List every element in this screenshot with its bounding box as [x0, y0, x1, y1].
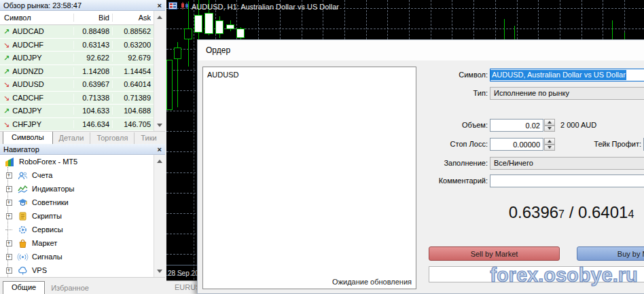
close-icon[interactable]: × — [158, 146, 162, 153]
sidebar-item-signals[interactable]: Сигналы — [0, 250, 165, 263]
expand-icon[interactable] — [4, 186, 14, 192]
scroll-down-icon[interactable] — [154, 265, 165, 276]
candle-body — [184, 29, 192, 39]
sidebar-item-label: Индикаторы — [32, 185, 75, 193]
trend-down-icon: ↘ — [3, 41, 10, 48]
expand-icon[interactable] — [4, 172, 14, 179]
volume-label: Объем: — [429, 121, 488, 129]
scroll-down-icon[interactable] — [154, 120, 165, 130]
candle-wick — [612, 20, 613, 39]
ask-cell: 146.705 — [112, 120, 154, 128]
sidebar-item-label: VPS — [32, 266, 47, 274]
tick-chart-symbol: AUDUSD — [207, 71, 238, 79]
sidebar-item-label: Советники — [32, 198, 69, 206]
bid-cell: 104.633 — [73, 107, 112, 115]
tree-branch — [4, 229, 14, 230]
sidebar-item-indicators[interactable]: Индикаторы — [0, 182, 165, 196]
services-icon — [17, 225, 29, 234]
ask-cell: 0.71389 — [112, 94, 154, 102]
symbol-input[interactable]: AUDUSD, Australian Dollar vs US Dollar — [490, 69, 644, 81]
sidebar-item-experts[interactable]: Советники — [0, 196, 165, 209]
expand-icon[interactable] — [4, 213, 14, 219]
tab-Торговля[interactable]: Торговля — [90, 132, 134, 144]
sidebar-item-accounts[interactable]: Счета — [0, 168, 165, 182]
symbol-name: AUDCAD — [12, 27, 43, 35]
close-icon[interactable]: × — [158, 2, 162, 9]
table-row[interactable]: ↘AUDCHF0.631430.63200 — [0, 39, 154, 52]
symbol-name: AUDNZD — [12, 67, 43, 75]
scroll-up-icon[interactable] — [154, 155, 165, 166]
column-ask[interactable]: Ask — [112, 14, 154, 22]
scroll-up-icon[interactable] — [154, 12, 165, 22]
mt5-logo-icon — [4, 158, 16, 166]
ask-cell: 0.63200 — [112, 41, 154, 49]
candle-wick — [624, 33, 625, 39]
comment-label: Комментарий: — [429, 177, 488, 185]
bid-cell: 1.14208 — [73, 67, 112, 75]
table-row[interactable]: ↘AUDUSD0.639670.64014 — [0, 78, 154, 92]
sidebar-item-label: Сервисы — [32, 225, 63, 234]
expand-icon[interactable] — [4, 254, 14, 260]
expand-icon[interactable] — [4, 240, 14, 246]
tab-Общие[interactable]: Общие — [3, 281, 45, 294]
quotes-list-icon — [168, 2, 177, 11]
market-watch-titlebar: Обзор рынка: 23:58:47 × — [0, 0, 165, 11]
ask-cell: 104.688 — [112, 107, 154, 115]
symbol-cell: ↘CHFJPY — [0, 120, 73, 128]
navigator-scrollbar[interactable] — [154, 155, 165, 277]
sidebar-item-services[interactable]: Сервисы — [0, 223, 165, 236]
table-row[interactable]: ↘CHFJPY146.634146.705 — [0, 118, 154, 132]
column-bid[interactable]: Bid — [73, 14, 112, 22]
volume-input[interactable] — [490, 119, 543, 132]
stop-loss-label: Стоп Лосс: — [429, 140, 488, 148]
navigator-title: Навигатор — [3, 145, 39, 153]
column-symbol[interactable]: Символ — [0, 14, 73, 22]
symbol-cell: ↘CADCHF — [0, 94, 73, 102]
table-row[interactable]: ↗AUDCAD0.884980.88562 — [0, 25, 154, 39]
candle-body — [194, 15, 202, 33]
sell-button[interactable]: Sell by Market — [429, 246, 560, 261]
fill-policy-label: Заполнение: — [429, 159, 488, 167]
expand-icon[interactable] — [4, 268, 14, 274]
fill-policy-dropdown[interactable]: Все/Ничего — [490, 157, 644, 170]
tab-Тики[interactable]: Тики — [134, 132, 162, 144]
sidebar-item-scripts[interactable]: Скрипты — [0, 209, 165, 223]
experts-icon — [17, 198, 29, 207]
tab-Избранное[interactable]: Избранное — [45, 282, 95, 294]
table-row[interactable]: ↗AUDJPY92.62292.679 — [0, 52, 154, 65]
stepper-up-icon[interactable] — [544, 138, 555, 145]
mt5-window: Обзор рынка: 23:58:47 × Символ Bid Ask ↗… — [0, 0, 644, 294]
tab-Символы[interactable]: Символы — [3, 131, 53, 144]
stop-loss-stepper[interactable] — [544, 138, 555, 151]
market-watch-title: Обзор рынка: 23:58:47 — [3, 1, 82, 10]
candle-body — [174, 48, 181, 59]
trend-up-icon: ↗ — [3, 54, 10, 61]
candlestick-chart-icon — [180, 2, 189, 11]
symbol-cell: ↘AUDUSD — [0, 80, 73, 88]
sidebar-item-vps[interactable]: VPS — [0, 263, 165, 277]
stop-loss-input[interactable] — [490, 138, 543, 151]
table-row[interactable]: ↗CADJPY104.633104.688 — [0, 105, 154, 118]
stepper-down-icon[interactable] — [544, 145, 555, 151]
sidebar-item-market[interactable]: Маркет — [0, 236, 165, 250]
stepper-up-icon[interactable] — [544, 119, 555, 126]
volume-stepper[interactable] — [544, 119, 555, 132]
stepper-down-icon[interactable] — [544, 126, 555, 132]
expand-icon[interactable] — [4, 200, 14, 206]
watermark: forex.osobye.ru — [484, 264, 644, 287]
sidebar-item-label: Скрипты — [32, 212, 62, 220]
table-row[interactable]: ↗AUDNZD1.142081.14454 — [0, 65, 154, 79]
bid-cell: 0.88498 — [73, 27, 112, 35]
table-row[interactable]: ↘CADCHF0.713380.71389 — [0, 92, 154, 105]
comment-input[interactable] — [490, 174, 644, 187]
symbol-label: Символ: — [429, 71, 488, 79]
navigator-root[interactable]: RoboForex - MT5 — [0, 155, 165, 168]
ask-price-pip: 4 — [628, 208, 634, 220]
order-dialog: Ордер AUDUSD Ожидание обновления Символ:… — [197, 39, 644, 294]
market-watch-header: Символ Bid Ask — [0, 11, 154, 25]
tab-Детали[interactable]: Детали — [53, 132, 90, 144]
buy-button[interactable]: Buy by Market — [577, 246, 644, 261]
type-dropdown[interactable]: Исполнение по рынку — [490, 87, 644, 100]
market-watch-scrollbar[interactable] — [154, 11, 165, 131]
tree-guide-line — [7, 167, 8, 277]
